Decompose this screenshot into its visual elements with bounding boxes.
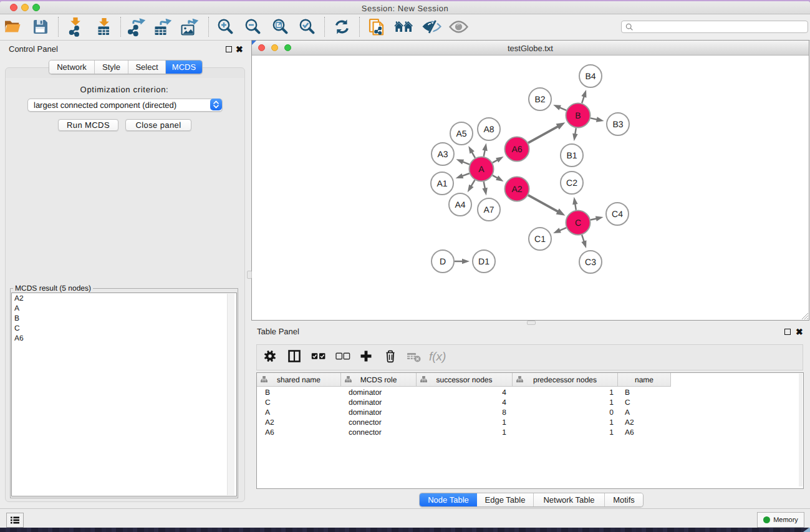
graph-node-A7[interactable]: A7 xyxy=(478,198,500,221)
graph-node-C2[interactable]: C2 xyxy=(561,172,583,194)
edge-A2-C[interactable] xyxy=(528,195,559,212)
export-table-icon[interactable] xyxy=(153,19,172,36)
result-scrollbar[interactable] xyxy=(227,294,234,495)
graph-node-B3[interactable]: B3 xyxy=(607,113,629,135)
graph-node-A2[interactable]: A2 xyxy=(505,177,529,201)
zoom-in-icon[interactable] xyxy=(217,18,233,34)
cell[interactable]: A2 xyxy=(618,417,671,427)
graph-node-A6[interactable]: A6 xyxy=(505,137,529,162)
network-resize-grip[interactable] xyxy=(801,312,808,319)
cell[interactable]: A xyxy=(257,407,341,417)
tab-select[interactable]: Select xyxy=(128,60,166,74)
tab-network-table[interactable]: Network Table xyxy=(534,493,605,506)
column-header-0[interactable]: shared name xyxy=(257,373,341,387)
tab-style[interactable]: Style xyxy=(95,60,128,74)
import-table-icon[interactable] xyxy=(95,18,112,36)
cell[interactable]: 1 xyxy=(513,397,618,407)
export-image-icon[interactable] xyxy=(180,19,199,36)
cell[interactable]: A6 xyxy=(257,427,341,437)
delete-column-icon[interactable] xyxy=(383,349,397,363)
column-header-3[interactable]: predecessor nodes xyxy=(513,373,618,387)
close-panel-button[interactable]: Close panel xyxy=(125,119,191,131)
cell[interactable]: dominator xyxy=(341,407,417,417)
graph-node-A5[interactable]: A5 xyxy=(450,122,473,145)
graph-node-D[interactable]: D xyxy=(432,250,454,273)
result-item[interactable]: A2 xyxy=(12,293,236,303)
cell[interactable]: B xyxy=(257,387,341,397)
select-all-icon[interactable] xyxy=(311,349,326,363)
export-network-icon[interactable] xyxy=(128,18,146,37)
show-all-icon[interactable] xyxy=(449,20,468,34)
tab-edge-table[interactable]: Edge Table xyxy=(477,493,534,506)
graph-node-B[interactable]: B xyxy=(566,104,591,128)
deselect-all-icon[interactable] xyxy=(335,349,350,363)
cell[interactable]: C xyxy=(257,397,341,407)
control-panel-close-icon[interactable]: ✖ xyxy=(236,46,243,52)
hide-selected-icon[interactable] xyxy=(422,19,441,34)
graph-node-C4[interactable]: C4 xyxy=(606,203,629,225)
open-session-icon[interactable] xyxy=(4,19,21,35)
status-list-button[interactable] xyxy=(6,513,24,528)
first-neighbors-icon[interactable] xyxy=(394,19,413,34)
cell[interactable]: dominator xyxy=(341,387,417,397)
result-item[interactable]: B xyxy=(12,313,236,323)
zoom-fit-icon[interactable] xyxy=(272,18,288,34)
cell[interactable]: 4 xyxy=(417,387,513,397)
control-panel-float-icon[interactable] xyxy=(226,46,232,52)
table-scrollbar[interactable] xyxy=(799,374,803,486)
add-column-icon[interactable] xyxy=(359,349,373,363)
optimization-criterion-select[interactable]: largest connected component (directed) xyxy=(27,99,223,112)
graph-node-C1[interactable]: C1 xyxy=(529,228,551,250)
search-input[interactable] xyxy=(634,22,792,32)
search-box[interactable] xyxy=(621,21,808,33)
cell[interactable]: 1 xyxy=(513,387,618,397)
cell[interactable]: 0 xyxy=(513,407,618,417)
network-graph[interactable]: B4 B2 B B3 A8 A5 A6 A3 B1 A A1 C2 A2 xyxy=(252,56,809,320)
settings-icon[interactable] xyxy=(263,349,277,363)
graph-node-B4[interactable]: B4 xyxy=(579,65,602,87)
clone-network-icon[interactable] xyxy=(369,18,385,36)
tab-motifs[interactable]: Motifs xyxy=(605,493,643,506)
import-network-icon[interactable] xyxy=(66,17,84,37)
cell[interactable]: C xyxy=(618,397,671,407)
graph-node-A8[interactable]: A8 xyxy=(478,118,500,140)
graph-node-A[interactable]: A xyxy=(470,157,494,181)
result-item[interactable]: C xyxy=(12,323,236,333)
refresh-icon[interactable] xyxy=(334,19,350,35)
result-item[interactable]: A6 xyxy=(12,333,236,343)
vertical-splitter-handle[interactable] xyxy=(247,271,252,279)
result-item[interactable]: A xyxy=(12,303,236,313)
cell[interactable]: B xyxy=(618,387,671,397)
tab-mcds[interactable]: MCDS xyxy=(166,60,202,74)
table-row-C[interactable]: Cdominator41C xyxy=(257,397,671,407)
function-builder-icon[interactable]: f(x) xyxy=(428,349,446,364)
graph-node-A1[interactable]: A1 xyxy=(431,172,453,195)
cell[interactable]: A xyxy=(618,407,671,417)
tab-network[interactable]: Network xyxy=(49,60,95,74)
cell[interactable]: 4 xyxy=(417,397,513,407)
cell[interactable]: connector xyxy=(341,417,417,427)
edge-A6-B[interactable] xyxy=(528,126,559,143)
edge-A-A1[interactable] xyxy=(461,173,470,177)
column-header-4[interactable]: name xyxy=(618,373,671,387)
cell[interactable]: 1 xyxy=(417,427,513,437)
cell[interactable]: dominator xyxy=(341,397,417,407)
cell[interactable]: 8 xyxy=(417,407,513,417)
cell[interactable]: connector xyxy=(341,427,417,437)
column-header-1[interactable]: MCDS role xyxy=(341,373,417,387)
node-table[interactable]: shared name MCDS role successor nodes xyxy=(256,372,804,489)
graph-node-B2[interactable]: B2 xyxy=(529,88,551,110)
graph-node-C3[interactable]: C3 xyxy=(579,251,602,273)
delete-table-icon[interactable] xyxy=(407,349,421,363)
zoom-out-icon[interactable] xyxy=(244,18,261,34)
memory-button[interactable]: Memory xyxy=(757,512,804,528)
graph-node-A3[interactable]: A3 xyxy=(432,143,454,165)
table-panel-close-icon[interactable]: ✖ xyxy=(796,329,803,335)
split-view-icon[interactable] xyxy=(287,349,301,363)
table-row-A2[interactable]: A2connector11A2 xyxy=(257,417,671,427)
run-mcds-button[interactable]: Run MCDS xyxy=(58,119,118,131)
zoom-selected-icon[interactable] xyxy=(299,18,315,34)
save-session-icon[interactable] xyxy=(32,19,49,35)
cell[interactable]: 1 xyxy=(513,427,618,437)
table-row-A[interactable]: Adominator80A xyxy=(257,407,671,417)
